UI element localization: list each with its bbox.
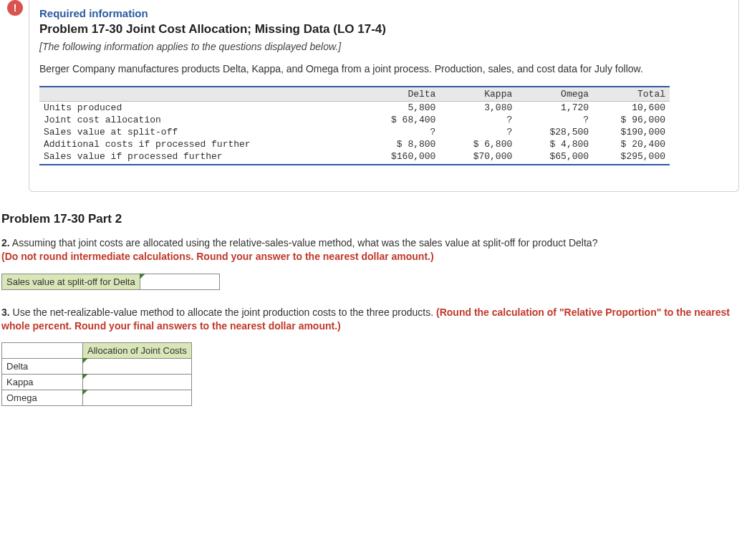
alloc-header: Allocation of Joint Costs	[83, 343, 192, 359]
cell: $70,000	[440, 150, 516, 165]
alert-icon: !	[7, 0, 23, 16]
row-label: Joint cost allocation	[39, 114, 364, 126]
q3-number: 3.	[1, 306, 10, 318]
cell: $ 68,400	[364, 114, 440, 126]
row-label: Units produced	[39, 101, 364, 114]
question-2: 2. Assuming that joint costs are allocat…	[1, 236, 741, 264]
cell: $65,000	[516, 150, 593, 165]
row-label: Additional costs if processed further	[39, 138, 364, 150]
cell: ?	[364, 126, 440, 138]
empty-corner	[2, 343, 83, 359]
cell: $190,000	[593, 126, 670, 138]
alloc-row-label: Kappa	[2, 375, 83, 390]
cell: $295,000	[593, 150, 670, 165]
data-table: Delta Kappa Omega Total Units produced 5…	[39, 86, 728, 165]
q2-answer-table: Sales value at split-off for Delta	[1, 274, 220, 290]
q2-answer-cell[interactable]	[140, 274, 219, 289]
alloc-delta-cell[interactable]	[83, 359, 192, 375]
question-3: 3. Use the net-realizable-value method t…	[1, 306, 741, 333]
cell: ?	[440, 114, 516, 126]
alloc-omega-input[interactable]	[83, 392, 162, 405]
q3-text: Use the net-realizable-value method to a…	[10, 306, 436, 318]
row-label: Sales value at split-off	[39, 126, 364, 138]
col-header: Omega	[516, 87, 593, 102]
col-header: Total	[593, 87, 670, 102]
cell: $160,000	[364, 150, 440, 165]
problem-title: Problem 17-30 Joint Cost Allocation; Mis…	[39, 22, 728, 37]
q2-number: 2.	[1, 237, 10, 248]
cell: 3,080	[440, 101, 516, 114]
cell: 1,720	[516, 101, 593, 114]
q2-answer-input[interactable]	[140, 275, 219, 288]
cell-marker-icon	[82, 374, 88, 380]
cell: ?	[516, 114, 593, 126]
q2-instruction: (Do not round intermediate calculations.…	[1, 251, 434, 262]
cell: $ 8,800	[364, 138, 440, 150]
required-info-label: Required information	[39, 7, 728, 19]
q2-text: Assuming that joint costs are allocated …	[10, 237, 598, 248]
row-label: Sales value if processed further	[39, 150, 364, 165]
alloc-kappa-input[interactable]	[83, 376, 162, 389]
col-header: Kappa	[440, 87, 516, 102]
problem-info-box: Required information Problem 17-30 Joint…	[29, 0, 739, 192]
alloc-kappa-cell[interactable]	[83, 375, 192, 390]
cell: $ 6,800	[440, 138, 516, 150]
alloc-row-label: Delta	[2, 359, 83, 375]
cell-marker-icon	[140, 274, 145, 279]
cell: 10,600	[593, 101, 670, 114]
allocation-table: Allocation of Joint Costs Delta Kappa Om…	[1, 342, 192, 406]
cell: $ 4,800	[516, 138, 593, 150]
alloc-omega-cell[interactable]	[83, 390, 192, 406]
col-header: Delta	[364, 87, 440, 102]
alloc-row-label: Omega	[2, 390, 83, 406]
cell: 5,800	[364, 101, 440, 114]
cell: $ 96,000	[593, 114, 670, 126]
intro-text: Berger Company manufactures products Del…	[39, 62, 728, 76]
cell-marker-icon	[82, 358, 88, 364]
cell: $28,500	[516, 126, 593, 138]
q2-answer-label: Sales value at split-off for Delta	[2, 274, 140, 289]
cell-marker-icon	[82, 390, 88, 395]
alloc-delta-input[interactable]	[83, 360, 162, 373]
cell: ?	[440, 126, 516, 138]
cell: $ 20,400	[593, 138, 670, 150]
applies-note: [The following information applies to th…	[39, 41, 728, 52]
part2-heading: Problem 17-30 Part 2	[1, 212, 742, 226]
